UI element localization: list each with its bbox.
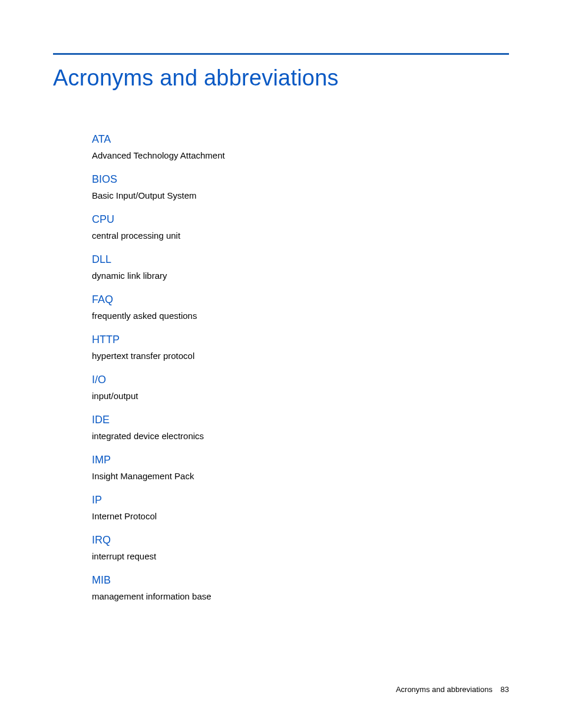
glossary-term: IRQ — [92, 534, 509, 546]
glossary-entry: CPU central processing unit — [92, 213, 509, 241]
glossary-definition: input/output — [92, 391, 509, 401]
glossary-entries: ATA Advanced Technology Attachment BIOS … — [92, 133, 509, 601]
footer-section-title: Acronyms and abbreviations — [396, 685, 492, 694]
glossary-definition: interrupt request — [92, 551, 509, 561]
glossary-entry: IRQ interrupt request — [92, 534, 509, 561]
glossary-term: DLL — [92, 253, 509, 266]
glossary-term: CPU — [92, 213, 509, 226]
document-page: Acronyms and abbreviations ATA Advanced … — [0, 0, 562, 728]
glossary-term: IDE — [92, 414, 509, 426]
glossary-entry: MIB management information base — [92, 574, 509, 601]
glossary-entry: I/O input/output — [92, 374, 509, 401]
page-footer: Acronyms and abbreviations 83 — [396, 685, 509, 694]
glossary-term: IMP — [92, 454, 509, 466]
glossary-definition: Internet Protocol — [92, 511, 509, 521]
glossary-entry: IMP Insight Management Pack — [92, 454, 509, 481]
page-title: Acronyms and abbreviations — [53, 65, 509, 91]
glossary-entry: HTTP hypertext transfer protocol — [92, 334, 509, 361]
glossary-term: ATA — [92, 133, 509, 146]
glossary-definition: management information base — [92, 591, 509, 601]
glossary-entry: DLL dynamic link library — [92, 253, 509, 281]
glossary-term: FAQ — [92, 294, 509, 306]
glossary-entry: ATA Advanced Technology Attachment — [92, 133, 509, 160]
glossary-entry: IDE integrated device electronics — [92, 414, 509, 441]
glossary-definition: frequently asked questions — [92, 311, 509, 321]
glossary-definition: Advanced Technology Attachment — [92, 150, 509, 160]
glossary-definition: integrated device electronics — [92, 431, 509, 441]
glossary-entry: BIOS Basic Input/Output System — [92, 173, 509, 200]
glossary-term: IP — [92, 494, 509, 506]
glossary-term: I/O — [92, 374, 509, 386]
glossary-definition: Basic Input/Output System — [92, 190, 509, 200]
glossary-term: HTTP — [92, 334, 509, 346]
glossary-definition: hypertext transfer protocol — [92, 351, 509, 361]
glossary-term: MIB — [92, 574, 509, 587]
glossary-definition: dynamic link library — [92, 271, 509, 281]
glossary-entry: IP Internet Protocol — [92, 494, 509, 521]
glossary-entry: FAQ frequently asked questions — [92, 294, 509, 321]
page-number: 83 — [501, 685, 509, 694]
header-rule — [53, 53, 509, 55]
glossary-definition: central processing unit — [92, 230, 509, 241]
glossary-term: BIOS — [92, 173, 509, 186]
glossary-definition: Insight Management Pack — [92, 471, 509, 481]
